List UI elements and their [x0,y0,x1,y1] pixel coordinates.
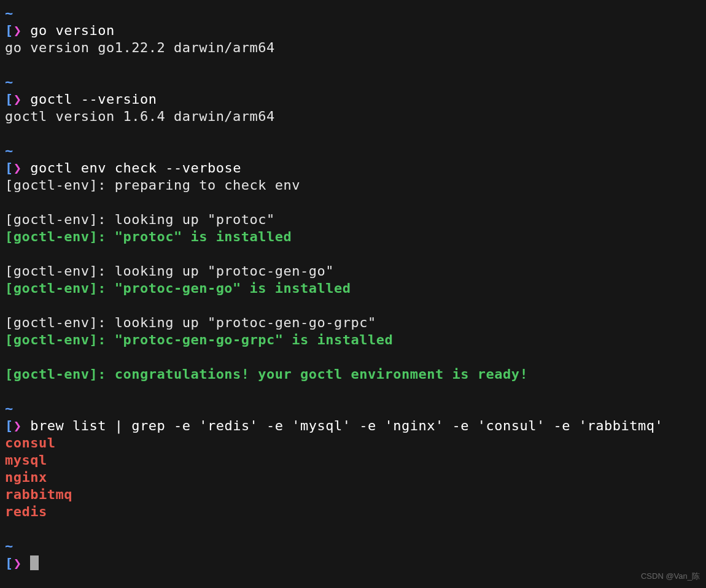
output-line: mysql [5,452,701,469]
output-line: [goctl-env]: looking up "protoc" [5,211,701,228]
command-text: goctl env check --verbose [30,160,241,176]
prompt-bracket: [ [5,23,14,38]
blank-line [5,383,701,400]
blank-line [5,56,701,74]
output-line: [goctl-env]: "protoc" is installed [5,228,701,246]
blank-line [5,520,701,538]
output-line [5,194,701,211]
prompt-tilde: ~ [5,74,14,90]
output-line: nginx [5,469,701,486]
blank-line [5,125,701,142]
command-text: brew list | grep -e 'redis' -e 'mysql' -… [30,418,663,433]
output-line: [goctl-env]: "protoc-gen-go-grpc" is ins… [5,331,701,349]
prompt-arrow-icon: ❯ [14,160,22,176]
output-line: goctl version 1.6.4 darwin/arm64 [5,108,701,125]
output-line: [goctl-env]: congratulations! your goctl… [5,366,701,383]
output-line [5,297,701,314]
cursor [30,555,39,570]
prompt-tilde: ~ [5,401,14,416]
prompt-arrow-icon: ❯ [14,418,22,433]
prompt-arrow-icon: ❯ [14,555,22,571]
output-line: redis [5,503,701,520]
terminal-output[interactable]: ~[❯ go versiongo version go1.22.2 darwin… [0,0,706,577]
prompt-tilde: ~ [5,538,14,554]
output-line: consul [5,435,701,452]
command-text: goctl --version [30,91,157,107]
watermark: CSDN @Van_陈 [641,571,700,582]
prompt-tilde: ~ [5,6,14,21]
output-line: [goctl-env]: looking up "protoc-gen-go" [5,263,701,280]
output-line: [goctl-env]: "protoc-gen-go" is installe… [5,280,701,297]
prompt-bracket: [ [5,91,14,107]
output-line: [goctl-env]: preparing to check env [5,177,701,194]
prompt-bracket: [ [5,160,14,176]
command-text: go version [30,23,114,38]
output-line: rabbitmq [5,486,701,503]
prompt-arrow-icon: ❯ [14,23,22,38]
output-line: go version go1.22.2 darwin/arm64 [5,39,701,56]
prompt-arrow-icon: ❯ [14,91,22,107]
prompt-bracket: [ [5,418,14,433]
output-line: [goctl-env]: looking up "protoc-gen-go-g… [5,314,701,331]
prompt-tilde: ~ [5,143,14,158]
output-line [5,349,701,366]
output-line [5,246,701,263]
prompt-bracket: [ [5,555,14,571]
